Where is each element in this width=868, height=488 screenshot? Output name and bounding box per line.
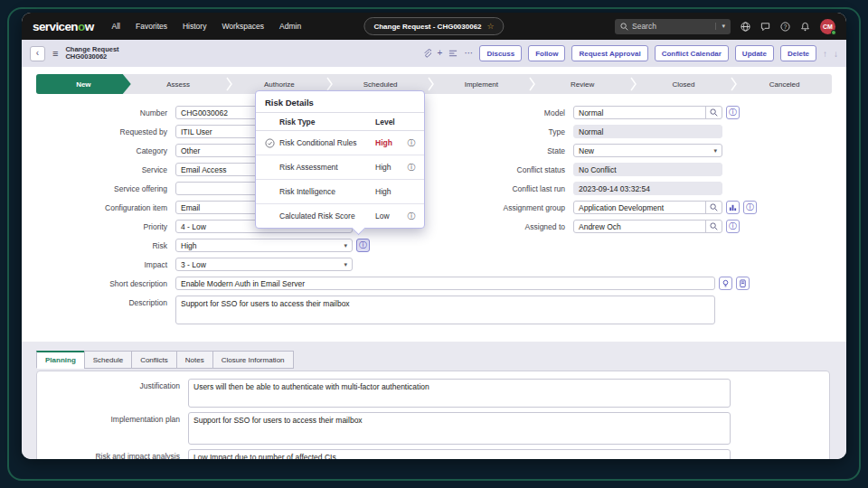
form-context-menu-icon[interactable]: ≡	[52, 49, 58, 59]
info-icon[interactable]: ⓘ	[404, 211, 419, 222]
field-row-implementation-plan: Implementation plan Support for SSO for …	[44, 412, 731, 426]
tab-conflicts[interactable]: Conflicts	[131, 351, 176, 369]
follow-button[interactable]: Follow	[528, 45, 565, 61]
info-icon[interactable]: ⓘ	[404, 137, 419, 149]
stage-separator-icon	[226, 74, 232, 94]
conflict-status-value: No Conflict	[579, 165, 617, 174]
risk-type-cell: Risk Conditional Rules	[279, 138, 375, 147]
conflict-calendar-button[interactable]: Conflict Calendar	[655, 45, 729, 61]
configuration-item-value: Email	[181, 203, 200, 212]
record-number-label: CHG0030062	[65, 53, 118, 61]
delete-button[interactable]: Delete	[780, 45, 816, 61]
state-select[interactable]: New▾	[573, 144, 722, 157]
stage-closed[interactable]: Closed	[637, 74, 731, 94]
lookup-icon[interactable]	[705, 107, 722, 118]
record-pill[interactable]: Change Request - CHG0030062 ☆	[363, 17, 504, 35]
notifications-bell-icon[interactable]	[800, 22, 810, 32]
tab-closure-information[interactable]: Closure Information	[212, 351, 294, 369]
impact-value: 3 - Low	[181, 260, 206, 269]
knowledge-book-button[interactable]	[736, 277, 750, 290]
risk-popup-row: Calculated Risk Score Low ⓘ	[256, 204, 424, 228]
risk-popup-row: Risk Conditional Rules High ⓘ	[256, 131, 424, 155]
risk-details-popup: Risk Details Risk Type Level Risk Condit…	[255, 90, 425, 229]
service-label: Service	[36, 165, 167, 174]
user-avatar[interactable]: CM	[820, 19, 835, 34]
impact-select[interactable]: 3 - Low▾	[175, 258, 353, 271]
field-row-model: Model Normal ⓘ	[434, 106, 740, 119]
implementation-plan-textarea[interactable]: Support for SSO for users to access thei…	[188, 412, 731, 445]
info-icon[interactable]: ⓘ	[404, 162, 419, 174]
avatar-initials: CM	[823, 23, 833, 30]
search-input[interactable]: Search ▾	[615, 19, 731, 34]
description-value: Support for SSO for users to access thei…	[181, 299, 350, 308]
field-row-assigned-to: Assigned to Andrew Och ⓘ	[434, 220, 740, 233]
category-value: Other	[181, 146, 200, 155]
assigned-to-reference-input[interactable]: Andrew Och	[573, 220, 722, 233]
assignment-group-reference-input[interactable]: Application Development	[573, 201, 722, 214]
priority-value: 4 - Low	[181, 222, 206, 231]
stage-new[interactable]: New	[36, 74, 131, 94]
lookup-icon[interactable]	[705, 221, 722, 232]
risk-select[interactable]: High▾	[175, 239, 353, 252]
previous-record-icon[interactable]: ↑	[823, 49, 827, 59]
conflict-last-run-value: 2023-09-14 03:32:54	[579, 184, 650, 193]
risk-impact-analysis-textarea[interactable]: Low Impact due to number of affected CIs	[188, 449, 731, 459]
nav-item-favorites[interactable]: Favorites	[136, 22, 167, 31]
discuss-button[interactable]: Discuss	[479, 45, 522, 61]
field-row-conflict-last-run: Conflict last run 2023-09-14 03:32:54	[434, 182, 722, 195]
justification-textarea[interactable]: Users will then be able to authenticate …	[188, 379, 731, 408]
assignment-group-info-button[interactable]: ⓘ	[743, 201, 757, 214]
nav-item-admin[interactable]: Admin	[279, 22, 301, 31]
request-approval-button[interactable]: Request Approval	[571, 45, 647, 61]
next-record-icon[interactable]: ↓	[834, 49, 838, 59]
assignment-group-chart-button[interactable]	[726, 201, 740, 214]
logo-text: servicen	[33, 20, 78, 33]
stage-review[interactable]: Review	[535, 74, 630, 94]
stage-separator-icon	[731, 74, 737, 94]
record-pill-label: Change Request - CHG0030062	[373, 23, 481, 31]
servicenow-logo[interactable]: servicenow	[33, 20, 94, 33]
attachment-paperclip-icon[interactable]	[422, 49, 431, 59]
add-icon[interactable]: +	[438, 49, 443, 58]
suggestion-lightbulb-button[interactable]	[719, 277, 732, 290]
tab-schedule[interactable]: Schedule	[84, 351, 131, 369]
back-chevron-icon: ‹	[36, 49, 39, 58]
search-scope-dropdown[interactable]: ▾	[715, 23, 725, 30]
service-offering-label: Service offering	[36, 184, 167, 193]
risk-popup-header-row: Risk Type Level	[256, 113, 424, 131]
nav-menu: All Favorites History Workspaces Admin	[112, 22, 302, 31]
record-header-bar: ‹ ≡ Change Request CHG0030062 + ⋯ Discus…	[22, 40, 846, 67]
help-icon[interactable]: ?	[780, 22, 790, 32]
model-info-button[interactable]: ⓘ	[726, 106, 740, 119]
description-textarea[interactable]: Support for SSO for users to access thei…	[175, 296, 715, 324]
tab-notes[interactable]: Notes	[176, 351, 212, 369]
risk-info-button[interactable]: ⓘ	[356, 239, 370, 252]
assigned-to-info-button[interactable]: ⓘ	[726, 220, 740, 233]
model-reference-input[interactable]: Normal	[573, 106, 722, 119]
short-description-input[interactable]: Enable Modern Auth in Email Server	[175, 277, 715, 290]
justification-label: Justification	[44, 381, 180, 390]
back-button[interactable]: ‹	[30, 46, 45, 61]
update-button[interactable]: Update	[735, 45, 774, 61]
field-row-risk: Risk High▾ ⓘ	[36, 239, 370, 252]
risk-type-cell: Risk Intelligence	[279, 187, 375, 196]
lookup-icon[interactable]	[705, 202, 722, 213]
activity-stream-icon[interactable]	[448, 49, 458, 58]
type-value: Normal	[579, 127, 603, 136]
risk-popup-table: Risk Type Level Risk Conditional Rules H…	[256, 112, 424, 228]
chat-icon[interactable]	[760, 22, 770, 32]
stage-canceled[interactable]: Canceled	[737, 74, 832, 94]
nav-item-history[interactable]: History	[183, 22, 206, 31]
nav-item-all[interactable]: All	[112, 22, 120, 31]
nav-item-workspaces[interactable]: Workspaces	[222, 22, 264, 31]
tab-planning[interactable]: Planning	[36, 351, 84, 369]
favorite-star-icon[interactable]: ☆	[487, 22, 495, 31]
globe-icon[interactable]	[741, 22, 750, 32]
more-options-icon[interactable]: ⋯	[464, 49, 473, 58]
logo-green-o: o	[78, 20, 85, 33]
risk-impact-analysis-value: Low Impact due to number of affected CIs	[193, 453, 336, 459]
risk-level-cell: Low	[375, 211, 404, 221]
stage-implement[interactable]: Implement	[434, 74, 529, 94]
stage-assess[interactable]: Assess	[131, 74, 226, 94]
check-circle-icon	[259, 138, 279, 148]
